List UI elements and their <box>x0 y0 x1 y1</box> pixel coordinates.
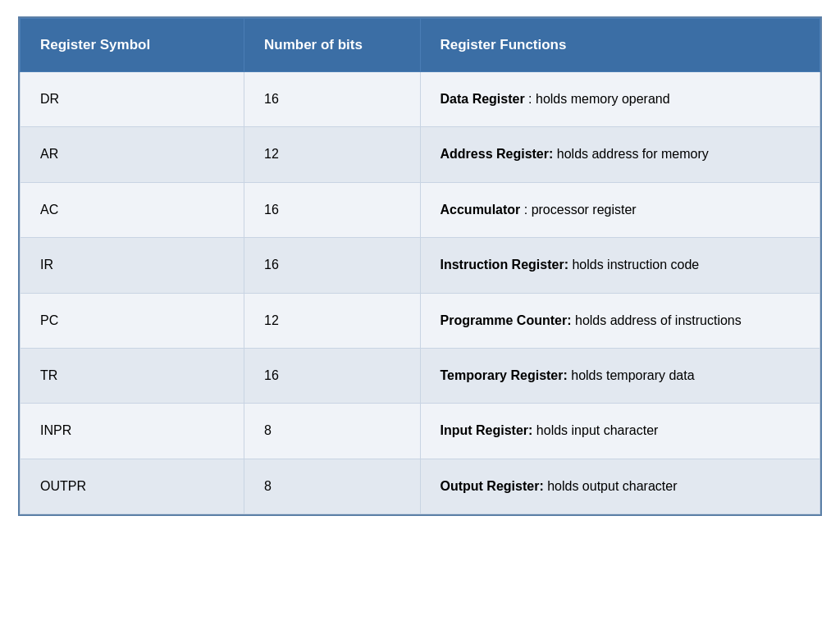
table-row: IR16Instruction Register: holds instruct… <box>21 238 820 293</box>
function-bold-label: Input Register: <box>441 423 533 437</box>
function-bold-label: Temporary Register: <box>441 368 568 382</box>
header-functions: Register Functions <box>420 19 820 72</box>
cell-symbol: INPR <box>21 404 244 459</box>
table-row: PC12Programme Counter: holds address of … <box>21 293 820 348</box>
cell-function: Programme Counter: holds address of inst… <box>420 293 820 348</box>
function-bold-label: Output Register: <box>441 479 544 493</box>
cell-bits: 12 <box>244 293 421 348</box>
table-row: INPR8Input Register: holds input charact… <box>21 404 820 459</box>
header-bits: Number of bits <box>244 19 421 72</box>
cell-symbol: PC <box>21 293 244 348</box>
register-table-wrapper: Register Symbol Number of bits Register … <box>18 16 822 516</box>
table-row: AR12Address Register: holds address for … <box>21 127 820 182</box>
cell-symbol: OUTPR <box>21 459 244 514</box>
register-table: Register Symbol Number of bits Register … <box>20 18 820 514</box>
function-bold-label: Address Register: <box>441 147 554 161</box>
function-rest-text: holds input character <box>532 423 658 437</box>
cell-bits: 16 <box>244 348 421 403</box>
table-row: AC16Accumulator : processor register <box>21 182 820 237</box>
table-row: OUTPR8Output Register: holds output char… <box>21 459 820 514</box>
cell-bits: 12 <box>244 127 421 182</box>
table-row: TR16Temporary Register: holds temporary … <box>21 348 820 403</box>
cell-bits: 16 <box>244 182 421 237</box>
function-rest-text: holds address for memory <box>553 147 708 161</box>
function-rest-text: holds output character <box>544 479 678 493</box>
cell-function: Temporary Register: holds temporary data <box>420 348 820 403</box>
function-bold-label: Accumulator <box>441 203 521 217</box>
table-row: DR16Data Register : holds memory operand <box>21 72 820 127</box>
table-header-row: Register Symbol Number of bits Register … <box>21 19 820 72</box>
cell-function: Accumulator : processor register <box>420 182 820 237</box>
cell-symbol: DR <box>21 72 244 127</box>
cell-symbol: AR <box>21 127 244 182</box>
cell-function: Output Register: holds output character <box>420 459 820 514</box>
cell-symbol: IR <box>21 238 244 293</box>
cell-bits: 8 <box>244 404 421 459</box>
cell-symbol: AC <box>21 182 244 237</box>
cell-function: Address Register: holds address for memo… <box>420 127 820 182</box>
function-rest-text: holds address of instructions <box>572 313 742 327</box>
function-rest-text: : holds memory operand <box>525 92 670 106</box>
function-rest-text: holds temporary data <box>568 368 695 382</box>
cell-bits: 16 <box>244 238 421 293</box>
function-bold-label: Data Register <box>441 92 525 106</box>
header-symbol: Register Symbol <box>21 19 244 72</box>
cell-function: Instruction Register: holds instruction … <box>420 238 820 293</box>
cell-function: Data Register : holds memory operand <box>420 72 820 127</box>
function-bold-label: Programme Counter: <box>441 313 572 327</box>
cell-function: Input Register: holds input character <box>420 404 820 459</box>
function-rest-text: holds instruction code <box>568 258 699 272</box>
cell-bits: 16 <box>244 72 421 127</box>
function-rest-text: : processor register <box>520 203 636 217</box>
cell-bits: 8 <box>244 459 421 514</box>
cell-symbol: TR <box>21 348 244 403</box>
function-bold-label: Instruction Register: <box>441 258 568 272</box>
